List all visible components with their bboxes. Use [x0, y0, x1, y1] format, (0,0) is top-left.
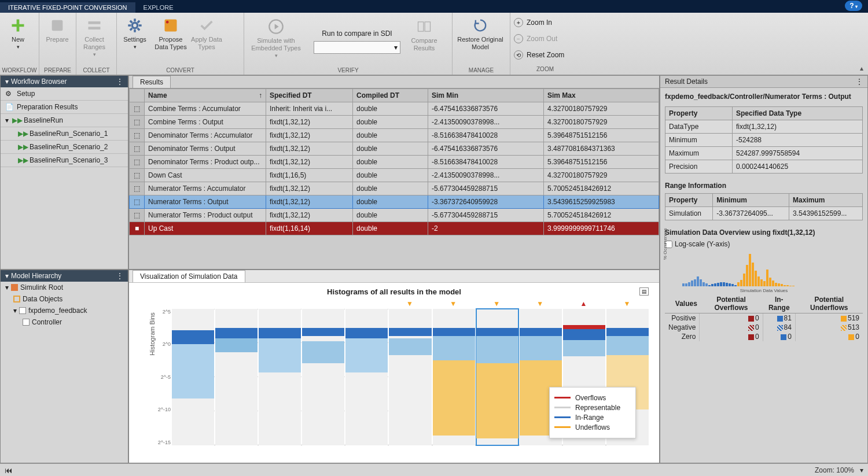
plus-icon — [10, 17, 26, 34]
results-row[interactable]: ⬚Denominator Terms : Accumulatorfixdt(1,… — [130, 129, 659, 142]
panel-menu-icon[interactable]: ⋮ — [116, 78, 123, 86]
tab-iterative[interactable]: ITERATIVE FIXED-POINT CONVERSION — [0, 2, 135, 13]
histogram-column[interactable] — [476, 309, 518, 445]
group-label-workflow: WORKFLOW — [0, 66, 39, 75]
svg-rect-7 — [418, 22, 424, 31]
svg-point-3 — [132, 23, 137, 28]
details-range-table: PropertyMinimumMaximumSimulation-3.36737… — [665, 193, 863, 220]
histogram-column[interactable] — [215, 309, 258, 445]
settings-button[interactable]: Settings▾ — [117, 17, 153, 64]
histogram-column[interactable] — [345, 309, 388, 445]
results-row[interactable]: ⬚Numerator Terms : Outputfixdt(1,32,12)d… — [130, 195, 659, 209]
warning-marker-icon — [344, 300, 388, 308]
workflow-sub-item[interactable]: ▶▶ BaselineRun_Scenario_3 — [1, 154, 128, 167]
group-label-prepare: PREPARE — [39, 66, 76, 75]
panel-menu-icon[interactable]: ⋮ — [856, 78, 863, 86]
tab-explore[interactable]: EXPLORE — [135, 2, 182, 13]
histogram-column[interactable] — [302, 309, 344, 445]
simulate-button[interactable]: Simulate with Embedded Types▾ — [244, 19, 308, 65]
reset-zoom-icon: ⟲ — [514, 50, 523, 60]
viz-tab[interactable]: Visualization of Simulation Data — [133, 270, 245, 282]
results-row[interactable]: ⬚Numerator Terms : Accumulatorfixdt(1,32… — [130, 182, 659, 195]
workflow-item[interactable]: ⚙ Setup — [1, 87, 128, 101]
run-compare-dropdown[interactable]: ▾ — [314, 41, 400, 54]
model-icon — [19, 307, 26, 314]
results-row[interactable]: ⬚Down Castfixdt(1,16,5)double-2.41350090… — [130, 169, 659, 182]
viz-title: Histograms of all results in the model — [139, 287, 649, 296]
warning-marker-icon — [171, 300, 214, 308]
group-label-verify: VERIFY — [244, 66, 452, 75]
tree-data-objects[interactable]: Data Objects — [1, 293, 128, 305]
zoom-in-button[interactable]: +Zoom In — [514, 15, 576, 30]
results-table: Name ↑Specified DTCompiled DTSim MinSim … — [129, 88, 659, 235]
tree-controller[interactable]: Controller — [1, 316, 128, 328]
results-row[interactable]: ⬚Denominator Terms : Outputfixdt(1,32,12… — [130, 142, 659, 156]
model-hierarchy-panel: ▾Model Hierarchy⋮ ▾ Simulink Root Data O… — [0, 270, 128, 464]
results-row[interactable]: ■Up Castfixdt(1,16,14)double-23.99999999… — [130, 222, 659, 235]
new-button[interactable]: New▾ — [0, 17, 36, 64]
results-row[interactable]: ⬚Combine Terms : Outputfixdt(1,32,12)dou… — [130, 116, 659, 129]
result-details-panel: Result Details⋮ fxpdemo_feedback/Control… — [660, 75, 868, 463]
overview-ylabel: % Occurrences — [663, 228, 668, 260]
status-bar: ⏮ Zoom: 100% ▾ — [0, 463, 868, 476]
group-label-manage: MANAGE — [453, 66, 510, 75]
propose-icon — [163, 17, 179, 34]
results-header[interactable]: Specified DT — [266, 89, 353, 102]
workflow-sub-item[interactable]: ▶▶ BaselineRun_Scenario_1 — [1, 127, 128, 141]
svg-rect-1 — [89, 21, 101, 24]
warning-marker-icon: ▼ — [475, 300, 518, 308]
histogram-column[interactable] — [389, 309, 431, 445]
result-details-title: Result Details — [665, 78, 708, 86]
prepare-button[interactable]: Prepare — [39, 17, 75, 64]
workflow-item[interactable]: ▾ ▶▶ BaselineRun — [1, 114, 128, 127]
warning-marker-icon — [258, 300, 301, 308]
legend-item: Representable — [554, 404, 631, 412]
play-icon — [268, 19, 284, 35]
restore-button[interactable]: Restore Original Model — [453, 17, 508, 64]
histogram-column[interactable] — [259, 309, 301, 445]
results-tab[interactable]: Results — [133, 76, 171, 88]
propose-button[interactable]: Propose Data Types — [153, 17, 189, 64]
workflow-sub-item[interactable]: ▶▶ BaselineRun_Scenario_2 — [1, 141, 128, 154]
tree-model[interactable]: ▾ fxpdemo_feedback — [1, 305, 128, 316]
zoom-out-button[interactable]: −Zoom Out — [514, 31, 576, 46]
panel-menu-icon[interactable]: ⋮ — [116, 272, 123, 280]
results-header[interactable]: Sim Max — [544, 89, 659, 102]
histogram-chart[interactable]: Histogram Bins 2^52^02^-52^-102^-15 ▼▼▼▼… — [157, 298, 649, 449]
run-compare-label: Run to compare in SDI — [322, 29, 392, 38]
logscale-checkbox[interactable]: Log-scale (Y-axis) — [665, 240, 863, 248]
collapse-ribbon-button[interactable]: ▴ — [858, 64, 866, 72]
svg-rect-2 — [89, 27, 101, 29]
apply-button[interactable]: Apply Data Types — [189, 17, 225, 64]
results-row[interactable]: ⬚Denominator Terms : Product outp...fixd… — [130, 156, 659, 169]
legend-item: Overflows — [554, 394, 631, 402]
reset-zoom-button[interactable]: ⟲Reset Zoom — [514, 47, 576, 62]
histogram-column[interactable] — [433, 309, 475, 445]
results-header[interactable]: Sim Min — [428, 89, 544, 102]
zoom-dropdown-icon[interactable]: ▾ — [860, 466, 863, 474]
histogram-column[interactable] — [172, 309, 214, 445]
chevron-down-icon: ▾ — [5, 272, 9, 280]
first-page-button[interactable]: ⏮ — [5, 466, 13, 475]
ribbon: New▾ WORKFLOW Prepare PREPARE Collect Ra… — [0, 13, 868, 75]
results-header[interactable]: Name ↑ — [145, 89, 266, 102]
results-row[interactable]: ⬚Numerator Terms : Product outputfixdt(1… — [130, 209, 659, 222]
warning-marker-icon — [301, 300, 344, 308]
help-button[interactable]: ? ▾ — [845, 1, 862, 11]
warning-marker-icon — [214, 300, 258, 308]
visualization-panel: Visualization of Simulation Data ▤ Histo… — [128, 270, 660, 464]
legend-toggle-icon[interactable]: ▤ — [639, 287, 649, 296]
overview-heading: Simulation Data Overview using fixdt(1,3… — [665, 228, 863, 237]
results-panel: Results Name ↑Specified DTCompiled DTSim… — [128, 75, 660, 270]
collect-icon — [86, 17, 102, 34]
legend-item: In-Range — [554, 414, 631, 422]
tree-root[interactable]: ▾ Simulink Root — [1, 282, 128, 293]
apply-icon — [198, 17, 215, 34]
compare-results-button[interactable]: Compare Results — [406, 19, 442, 65]
results-row[interactable]: ⬚Combine Terms : AccumulatorInherit: Inh… — [130, 102, 659, 116]
simulink-icon — [11, 284, 18, 291]
workflow-item[interactable]: 📄 Preparation Results — [1, 101, 128, 114]
results-header[interactable]: Compiled DT — [353, 89, 428, 102]
zoom-in-icon: + — [514, 18, 523, 27]
collect-ranges-button[interactable]: Collect Ranges▾ — [76, 17, 112, 64]
